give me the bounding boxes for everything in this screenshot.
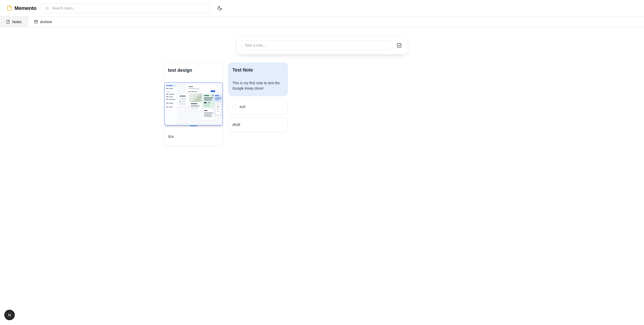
thumb-green-card — [203, 94, 214, 108]
moon-icon — [217, 6, 222, 11]
notes-column-2: Test Note This is my first note to test … — [228, 63, 288, 132]
search-input[interactable] — [52, 6, 207, 10]
thumb-sidebar — [165, 83, 177, 125]
note-card-dfsdf[interactable]: dfsdf — [228, 117, 288, 132]
note-card-test-design[interactable]: test design — [164, 63, 223, 146]
thumb-composer — [186, 85, 216, 93]
view-tabs: Notes Archive — [0, 16, 644, 27]
note-card-test-note[interactable]: Test Note This is my first note to test … — [228, 63, 288, 96]
file-icon — [7, 5, 12, 11]
new-checklist-button[interactable] — [396, 43, 402, 48]
take-a-note-input[interactable] — [241, 40, 392, 50]
check-square-icon — [396, 43, 402, 48]
file-icon — [6, 20, 10, 24]
notes-grid: test design — [164, 63, 481, 146]
avatar-initial: N — [8, 313, 11, 317]
note-title: test design — [168, 67, 219, 73]
search-bar[interactable] — [42, 3, 211, 13]
thumb-photo-card — [189, 93, 202, 111]
notes-column-1: test design — [164, 63, 223, 146]
app-logo: Memento — [7, 5, 36, 11]
note-body: dza — [168, 134, 219, 139]
tab-notes-label: Notes — [12, 20, 22, 24]
theme-toggle-button[interactable] — [215, 3, 225, 13]
checklist-item-label: azd — [240, 104, 245, 109]
note-body: This is my first note to test the Google… — [232, 80, 283, 91]
thumb-blue-card — [214, 94, 223, 102]
note-title: Test Note — [232, 67, 283, 73]
thumb-idea-card — [203, 109, 214, 120]
app-header: Memento — [0, 0, 644, 16]
thumb-checklist-card — [178, 94, 188, 106]
search-icon — [45, 6, 49, 10]
tab-archive[interactable]: Archive — [28, 17, 58, 27]
note-body: dfsdf — [232, 122, 240, 128]
notes-main: test design — [0, 36, 644, 146]
archive-icon — [34, 20, 38, 24]
thumb-main-area — [177, 83, 222, 125]
checklist-checkbox[interactable] — [232, 105, 237, 109]
note-image-thumbnail — [164, 82, 223, 125]
profile-avatar-button[interactable]: N — [4, 310, 15, 320]
tab-archive-label: Archive — [40, 20, 52, 24]
thumb-phone-card — [214, 104, 223, 116]
note-card-azd[interactable]: azd — [228, 99, 288, 114]
app-title: Memento — [15, 5, 36, 11]
tab-notes[interactable]: Notes — [0, 17, 28, 27]
note-attachment — [164, 82, 223, 126]
note-composer[interactable] — [237, 36, 408, 54]
